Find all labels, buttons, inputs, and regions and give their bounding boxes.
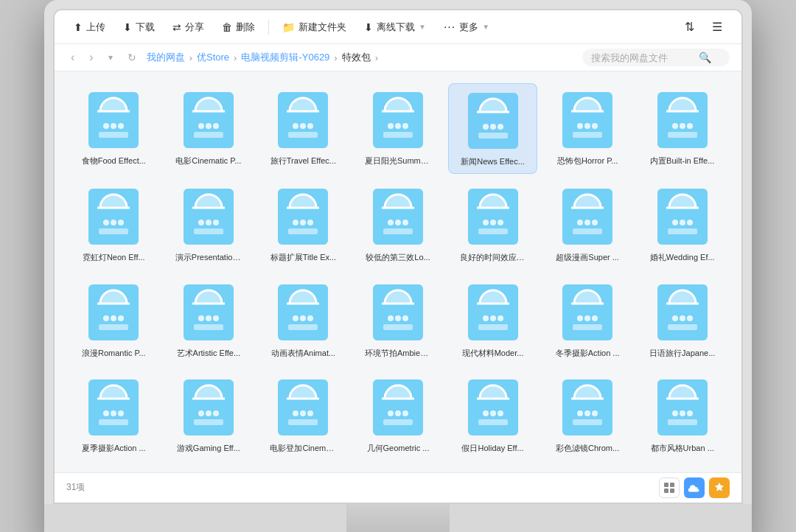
forward-button[interactable]: › bbox=[85, 49, 97, 66]
sort-button[interactable]: ⇅ bbox=[677, 16, 702, 38]
svg-point-123 bbox=[680, 220, 685, 225]
file-item[interactable]: 游戏Gaming Eff... bbox=[164, 371, 254, 460]
svg-point-16 bbox=[213, 123, 219, 129]
svg-rect-233 bbox=[478, 419, 508, 425]
svg-rect-107 bbox=[478, 228, 508, 234]
file-icon bbox=[276, 283, 329, 342]
svg-point-105 bbox=[490, 220, 496, 225]
file-item[interactable]: 内置Built-in Effe... bbox=[638, 83, 727, 174]
svg-point-133 bbox=[118, 315, 124, 321]
file-name: 浪漫Romantic P... bbox=[82, 348, 146, 359]
file-name: 冬季摄影Action ... bbox=[556, 348, 620, 359]
svg-point-187 bbox=[687, 315, 693, 321]
svg-point-205 bbox=[213, 410, 219, 416]
stand-neck bbox=[346, 504, 450, 532]
file-item[interactable]: 动画表情Animat... bbox=[259, 276, 348, 365]
svg-point-140 bbox=[198, 315, 204, 321]
file-name: 夏季摄影Action ... bbox=[82, 443, 146, 454]
breadcrumb-root[interactable]: 我的网盘 bbox=[147, 51, 185, 64]
file-item[interactable]: 霓虹灯Neon Eff... bbox=[69, 180, 158, 269]
file-item[interactable]: 标题扩展Title Ex... bbox=[259, 180, 348, 269]
file-item[interactable]: 现代材料Moder... bbox=[448, 276, 537, 365]
file-item[interactable]: 婚礼Wedding Ef... bbox=[638, 180, 727, 269]
svg-point-42 bbox=[490, 124, 496, 130]
file-item[interactable]: 冬季摄影Action ... bbox=[543, 276, 632, 365]
breadcrumb-store[interactable]: 优Store bbox=[197, 51, 229, 64]
new-folder-button[interactable]: 📁 新建文件夹 bbox=[275, 17, 354, 38]
nav-bar: ‹ › ▾ ↻ 我的网盘 › 优Store › 电脑视频剪辑-Y0629 › 特… bbox=[55, 44, 741, 71]
svg-point-231 bbox=[490, 410, 496, 416]
file-name: 演示Presentation... bbox=[175, 252, 242, 263]
file-name: 几何Geometric ... bbox=[367, 443, 430, 454]
svg-rect-80 bbox=[194, 228, 223, 234]
offline-download-button[interactable]: ⬇ 离线下载 ▼ bbox=[357, 17, 433, 38]
svg-point-195 bbox=[111, 410, 116, 416]
star-icon-button[interactable] bbox=[709, 477, 730, 498]
svg-point-15 bbox=[206, 123, 212, 129]
grid-view-button[interactable] bbox=[659, 477, 680, 498]
file-item[interactable]: 几何Geometric ... bbox=[354, 371, 443, 460]
delete-button[interactable]: 🗑 删除 bbox=[214, 17, 262, 38]
file-name: 婚礼Wedding Ef... bbox=[650, 252, 715, 263]
svg-rect-53 bbox=[573, 132, 602, 138]
svg-point-214 bbox=[307, 410, 313, 416]
file-item[interactable]: 演示Presentation... bbox=[164, 180, 254, 269]
file-item[interactable]: 假日Holiday Eff... bbox=[448, 371, 537, 460]
file-item[interactable]: 电影Cinematic P... bbox=[164, 83, 254, 174]
svg-point-69 bbox=[111, 220, 116, 225]
file-item[interactable]: 都市风格Urban ... bbox=[638, 371, 727, 460]
cloud-icon-button[interactable] bbox=[684, 477, 705, 498]
breadcrumb-sep-4: › bbox=[375, 52, 378, 63]
refresh-button[interactable]: ↻ bbox=[123, 50, 141, 65]
dropdown-button[interactable]: ▾ bbox=[104, 51, 117, 64]
file-item[interactable]: 浪漫Romantic P... bbox=[69, 276, 158, 365]
more-dots-icon: ··· bbox=[444, 21, 455, 34]
svg-point-230 bbox=[483, 410, 489, 416]
file-item[interactable]: 良好的时间效应G... bbox=[448, 180, 537, 269]
svg-point-60 bbox=[680, 123, 685, 129]
file-icon bbox=[371, 283, 425, 342]
file-item[interactable]: 新闻News Effec... bbox=[448, 83, 537, 174]
file-item[interactable]: 电影登加Cinema... bbox=[259, 371, 348, 460]
file-item[interactable]: 日语旅行Japane... bbox=[638, 276, 727, 365]
breadcrumb-folder[interactable]: 电脑视频剪辑-Y0629 bbox=[241, 51, 329, 64]
star-icon-svg bbox=[713, 482, 725, 494]
file-item[interactable]: 旅行Travel Effec... bbox=[259, 83, 348, 174]
file-item[interactable]: 夏季摄影Action ... bbox=[69, 371, 158, 460]
file-item[interactable]: 超级漫画Super ... bbox=[543, 180, 632, 269]
svg-point-77 bbox=[198, 220, 204, 225]
file-name: 新闻News Effec... bbox=[461, 156, 525, 167]
search-box[interactable]: 🔍 bbox=[582, 49, 730, 66]
file-item[interactable]: 彩色滤镜Chrom... bbox=[543, 371, 632, 460]
file-icon bbox=[87, 378, 140, 437]
svg-rect-89 bbox=[288, 228, 318, 234]
file-item[interactable]: 较低的第三效Lo... bbox=[354, 180, 443, 269]
file-icon bbox=[656, 91, 709, 150]
file-item[interactable]: 夏日阳光Summe... bbox=[354, 83, 443, 174]
svg-point-240 bbox=[584, 410, 590, 416]
file-icon bbox=[87, 91, 140, 150]
file-name: 动画表情Animat... bbox=[271, 348, 335, 359]
file-icon bbox=[182, 187, 235, 246]
search-icon[interactable]: 🔍 bbox=[699, 52, 711, 63]
file-item[interactable]: 食物Food Effect... bbox=[69, 83, 158, 174]
svg-rect-161 bbox=[383, 324, 413, 330]
file-item[interactable]: 环境节拍Ambien... bbox=[354, 276, 443, 365]
upload-button[interactable]: ⬆ 上传 bbox=[66, 17, 113, 38]
svg-rect-71 bbox=[99, 228, 128, 234]
file-item[interactable]: 恐怖包Horror P... bbox=[543, 83, 632, 174]
more-button[interactable]: ··· 更多 ▼ bbox=[436, 17, 497, 38]
svg-point-95 bbox=[388, 220, 394, 225]
svg-rect-254 bbox=[664, 489, 668, 493]
back-button[interactable]: ‹ bbox=[66, 49, 79, 66]
download-button[interactable]: ⬇ 下载 bbox=[116, 17, 162, 38]
view-toggle-button[interactable]: ☰ bbox=[705, 16, 730, 38]
file-name: 游戏Gaming Eff... bbox=[177, 443, 240, 454]
file-name: 内置Built-in Effe... bbox=[650, 155, 714, 167]
svg-rect-188 bbox=[668, 324, 697, 330]
file-item[interactable]: 艺术Artistic Effe... bbox=[164, 276, 254, 365]
share-button[interactable]: ⇄ 分享 bbox=[165, 17, 212, 38]
toolbar: ⬆ 上传 ⬇ 下载 ⇄ 分享 🗑 删除 📁 新建文件夹 ⬇ 离线下 bbox=[55, 10, 741, 44]
search-input[interactable] bbox=[591, 52, 694, 63]
file-name: 标题扩展Title Ex... bbox=[270, 252, 336, 263]
